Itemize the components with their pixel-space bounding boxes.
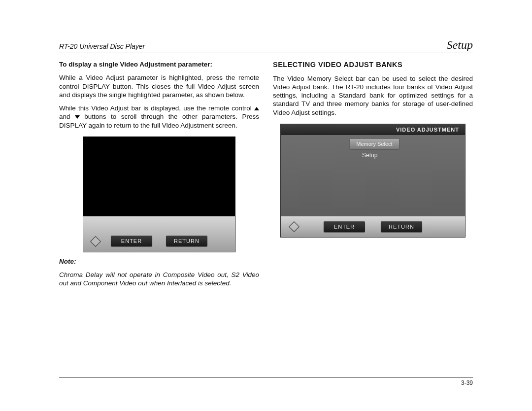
manual-page: RT-20 Universal Disc Player Setup To dis… — [0, 0, 532, 411]
screenshot-2-wrap: VIDEO ADJUSTMENT Memory Select Setup ENT… — [273, 124, 473, 238]
left-subhead: To display a single Video Adjustment par… — [59, 60, 259, 68]
page-header: RT-20 Universal Disc Player Setup — [59, 38, 473, 53]
p2-part-a: While this Video Adjust bar is displayed… — [59, 104, 252, 112]
down-arrow-icon — [75, 115, 80, 119]
osd2-title-bar: VIDEO ADJUSTMENT — [281, 124, 465, 135]
right-column: Selecting Video Adjust Banks The Video M… — [273, 60, 473, 293]
osd-bottom-bar: ENTER RETURN — [83, 216, 235, 252]
header-section: Setup — [447, 38, 473, 52]
left-paragraph-1: While a Video Adjust parameter is highli… — [59, 73, 259, 99]
osd2-bottom-bar: ENTER RETURN — [281, 216, 465, 237]
up-arrow-icon — [254, 107, 259, 110]
two-column-body: To display a single Video Adjustment par… — [59, 60, 473, 293]
osd2-memory-select-chip: Memory Select — [350, 139, 399, 149]
osd2-enter-button: ENTER — [324, 221, 365, 232]
right-paragraph-1: The Video Memory Select bar can be used … — [273, 74, 473, 117]
note-body: Chroma Delay will not operate in Composi… — [59, 271, 259, 288]
left-column: To display a single Video Adjustment par… — [59, 60, 259, 293]
p2-part-c: buttons to scroll through the other para… — [59, 113, 259, 129]
page-footer: 3-39 — [59, 377, 473, 386]
osd-enter-button: ENTER — [111, 236, 152, 246]
page-number: 3-39 — [461, 379, 473, 386]
svg-marker-3 — [289, 222, 299, 232]
header-product: RT-20 Universal Disc Player — [59, 42, 145, 50]
screenshot-video-adjustment: VIDEO ADJUSTMENT Memory Select Setup ENT… — [280, 124, 466, 238]
dpad-icon — [289, 221, 299, 232]
osd2-return-button: RETURN — [381, 221, 422, 232]
osd-return-button: RETURN — [166, 236, 207, 246]
screenshot-progressive-motion: Progressive Motion Auto1 ENTER — [83, 137, 235, 252]
right-section-title: Selecting Video Adjust Banks — [273, 60, 473, 69]
note-heading: Note: — [59, 257, 259, 266]
osd2-setup-label: Setup — [362, 152, 377, 159]
p2-part-b: and — [59, 113, 75, 120]
left-paragraph-2: While this Video Adjust bar is displayed… — [59, 104, 259, 130]
osd-button-row: ENTER RETURN — [83, 234, 235, 248]
screenshot-1-wrap: Progressive Motion Auto1 ENTER — [59, 137, 259, 252]
